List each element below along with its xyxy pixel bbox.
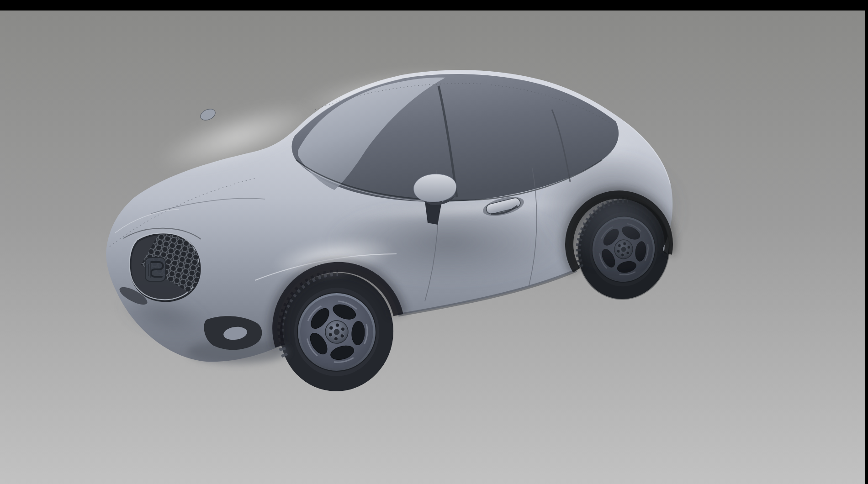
render-stage [0,0,868,484]
car-render [0,0,868,484]
3d-viewport[interactable] [0,11,865,484]
far-side-mirror [199,107,217,122]
letterbox-top-bar [0,0,868,11]
letterbox-right-strip [865,0,868,484]
seat-s-badge-icon [145,258,165,281]
